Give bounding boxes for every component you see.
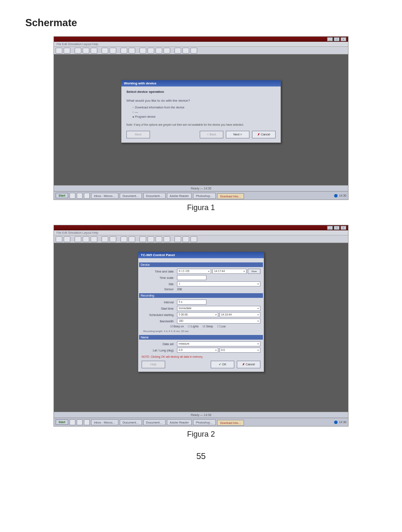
toolbar-button[interactable] — [182, 48, 189, 54]
toolbar — [54, 235, 348, 243]
toolbar-button[interactable] — [83, 48, 89, 54]
toolbar-button[interactable] — [155, 48, 162, 54]
toolbar-button[interactable] — [182, 236, 189, 242]
menubar[interactable]: File Edit Simulation Layout Help — [54, 230, 348, 235]
start-button[interactable]: Start — [56, 419, 68, 425]
statusbar: Ready — 14:30 — [54, 185, 348, 191]
lat-field[interactable]: 0.0▾ — [177, 348, 218, 353]
bandwidth-field[interactable]: 180▾ — [177, 319, 260, 324]
toolbar-button[interactable] — [91, 48, 97, 54]
control-panel-dialog: TC-965 Control Panel Device Time and dat… — [138, 251, 264, 372]
toolbar-button[interactable] — [121, 236, 127, 242]
taskbar-item-active[interactable]: Download Inbo… — [217, 193, 244, 199]
toolbar-button[interactable] — [190, 236, 197, 242]
system-tray: 14:30 — [334, 421, 346, 424]
check-low[interactable]: Low — [217, 325, 226, 328]
taskbar-item[interactable]: Document… — [143, 419, 166, 425]
toolbar-button[interactable] — [64, 48, 70, 54]
toolbar-button[interactable] — [75, 236, 81, 242]
taskbar-item[interactable]: Document… — [120, 419, 142, 425]
toolbar-button[interactable] — [190, 48, 197, 54]
tray-icon[interactable] — [334, 194, 338, 197]
dataset-field[interactable]: measure▾ — [177, 341, 260, 346]
taskbar-item[interactable]: Inbox - Micros… — [91, 419, 118, 425]
toolbar-button[interactable] — [75, 48, 81, 54]
toolbar-button[interactable] — [64, 236, 70, 242]
taskbar-item-active[interactable]: Download Inbo… — [217, 420, 244, 426]
radio-download[interactable]: Download information from the device — [132, 106, 276, 109]
toolbar-button[interactable] — [163, 48, 170, 54]
quicklaunch-icon[interactable] — [84, 193, 90, 199]
toolbar-button[interactable] — [129, 236, 135, 242]
toolbar-button[interactable] — [110, 236, 116, 242]
help-button[interactable]: Help — [142, 361, 165, 368]
quicklaunch-icon[interactable] — [70, 419, 75, 425]
toolbar-button[interactable] — [147, 48, 154, 54]
section-heading: Schermate — [25, 17, 377, 29]
toolbar-button[interactable] — [56, 48, 62, 54]
taskbar-item[interactable]: Document… — [143, 193, 166, 199]
ok-button[interactable]: ✓OK — [211, 361, 234, 368]
radio-program[interactable]: Program device — [132, 115, 276, 118]
check-sleep[interactable]: Sleep — [203, 325, 213, 328]
quicklaunch-icon[interactable] — [77, 419, 83, 425]
toolbar-button[interactable] — [174, 48, 181, 54]
label-time: Time and date — [142, 270, 175, 273]
toolbar-button[interactable] — [174, 236, 181, 242]
figure-1-caption: Figura 1 — [25, 203, 377, 212]
check-lights[interactable]: Lights — [188, 325, 198, 328]
cancel-button[interactable]: ✗Cancel — [252, 131, 276, 138]
taskbar-item[interactable]: Photoshop… — [193, 419, 216, 425]
now-button[interactable]: Now — [248, 269, 260, 274]
toolbar-button[interactable] — [56, 236, 62, 242]
menubar[interactable]: File Edit Simulation Layout Help — [54, 42, 348, 47]
more-button[interactable]: More — [126, 131, 150, 138]
back-button[interactable]: < Back — [200, 131, 223, 138]
timescale-field[interactable] — [177, 275, 206, 280]
toolbar-button[interactable] — [163, 236, 170, 242]
taskbar-item[interactable]: Adobe Reader — [167, 193, 192, 199]
close-button[interactable]: × — [340, 226, 346, 230]
schedule-field-1[interactable]: 5 00:00▾ — [177, 312, 218, 317]
label-site: Site — [142, 283, 175, 286]
maximize-button[interactable]: □ — [334, 37, 340, 41]
long-field[interactable]: 0.0▾ — [220, 348, 261, 353]
toolbar-button[interactable] — [147, 236, 154, 242]
next-button[interactable]: Next > — [226, 131, 249, 138]
sensor-value: 208 — [177, 288, 182, 291]
minimize-button[interactable]: _ — [327, 226, 333, 230]
date-field[interactable]: 9 / 2 / 05▾ — [177, 269, 211, 274]
toolbar-button[interactable] — [102, 236, 108, 242]
site-field[interactable]: 1▾ — [177, 281, 260, 286]
taskbar-item[interactable]: Inbox - Micros… — [91, 193, 118, 199]
tray-icon[interactable] — [334, 421, 338, 424]
cancel-button[interactable]: ✗Cancel — [237, 361, 260, 368]
toolbar-button[interactable] — [110, 48, 116, 54]
maximize-button[interactable]: □ — [334, 226, 340, 230]
quicklaunch-icon[interactable] — [70, 193, 75, 199]
label-starttime: Start time — [142, 307, 175, 310]
schedule-field-2[interactable]: 14:16:44▾ — [220, 312, 261, 317]
taskbar-item[interactable]: Document… — [120, 193, 142, 199]
close-button[interactable]: × — [340, 37, 346, 41]
interval-field[interactable]: 5 s — [177, 300, 206, 305]
window-buttons: _ □ × — [327, 226, 346, 230]
quicklaunch-icon[interactable] — [84, 419, 90, 425]
minimize-button[interactable]: _ — [327, 37, 333, 41]
starttime-field[interactable]: Immediate▾ — [177, 306, 260, 311]
taskbar-item[interactable]: Adobe Reader — [167, 419, 192, 425]
toolbar-button[interactable] — [139, 236, 146, 242]
screenshot-1: _ □ × File Edit Simulation Layout Help — [54, 36, 348, 200]
toolbar-button[interactable] — [139, 48, 146, 54]
toolbar-button[interactable] — [83, 236, 89, 242]
toolbar-button[interactable] — [121, 48, 127, 54]
toolbar-button[interactable] — [91, 236, 97, 242]
quicklaunch-icon[interactable] — [77, 193, 83, 199]
check-beep[interactable]: Beep on — [170, 325, 184, 328]
start-button[interactable]: Start — [56, 193, 68, 198]
toolbar-button[interactable] — [102, 48, 108, 54]
toolbar-button[interactable] — [155, 236, 162, 242]
time-field[interactable]: 14:17:44▾ — [212, 269, 247, 274]
toolbar-button[interactable] — [129, 48, 135, 54]
taskbar-item[interactable]: Photoshop… — [193, 193, 216, 199]
